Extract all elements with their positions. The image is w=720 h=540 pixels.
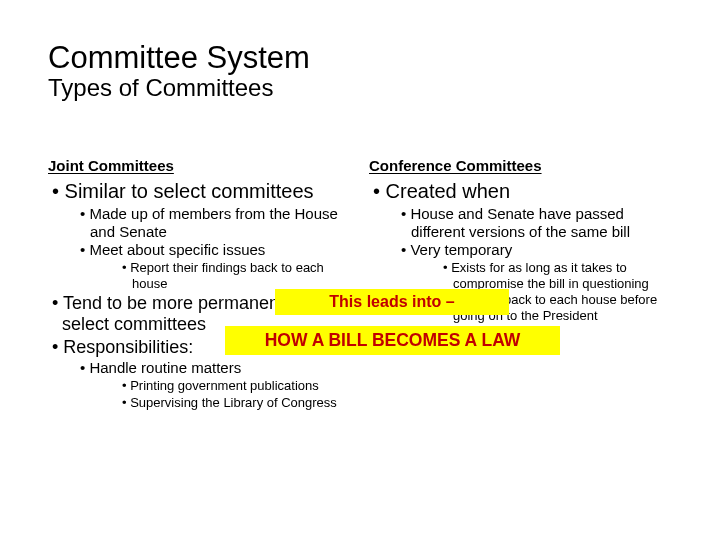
slide-subtitle: Types of Committees xyxy=(48,75,672,101)
bullet-l2: House and Senate have passed different v… xyxy=(383,205,672,240)
bullet-l3: Supervising the Library of Congress xyxy=(90,395,351,411)
bullet-l3: Exists for as long as it takes to compro… xyxy=(411,260,672,291)
bullet-l3: Report their findings back to each house xyxy=(90,260,351,291)
right-heading: Conference Committees xyxy=(369,157,672,174)
bullet-l2: Meet about specific issues Report their … xyxy=(62,241,351,291)
right-column: Conference Committees Created when House… xyxy=(369,157,672,412)
callout-bill-becomes-law: HOW A BILL BECOMES A LAW xyxy=(225,326,560,355)
slide-title: Committee System xyxy=(48,42,672,75)
left-heading: Joint Committees xyxy=(48,157,351,174)
bullet-l2: Handle routine matters Printing governme… xyxy=(62,359,351,410)
bullet-l2: Made up of members from the House and Se… xyxy=(62,205,351,240)
callout-leads-into: This leads into – xyxy=(275,289,509,315)
callout-overlay: This leads into – HOW A BILL BECOMES A L… xyxy=(225,289,560,355)
two-column-layout: Joint Committees Similar to select commi… xyxy=(48,157,672,412)
bullet-l1: Similar to select committees Made up of … xyxy=(48,180,351,291)
bullet-l3: Printing government publications xyxy=(90,378,351,394)
left-column: Joint Committees Similar to select commi… xyxy=(48,157,351,412)
